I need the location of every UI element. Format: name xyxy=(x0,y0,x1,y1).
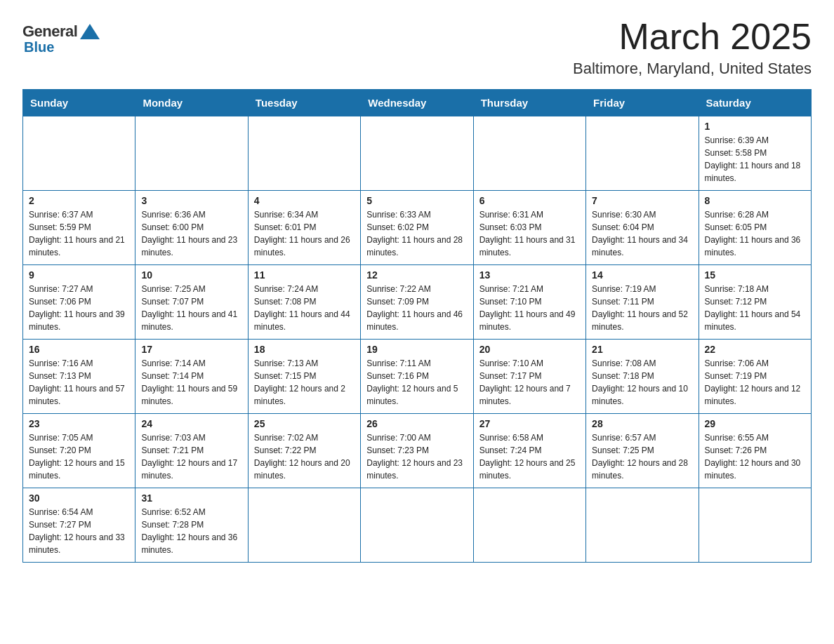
calendar-cell xyxy=(473,488,585,563)
calendar-cell: 8Sunrise: 6:28 AM Sunset: 6:05 PM Daylig… xyxy=(699,191,811,265)
day-info: Sunrise: 7:27 AM Sunset: 7:06 PM Dayligh… xyxy=(29,283,129,333)
day-info: Sunrise: 6:55 AM Sunset: 7:26 PM Dayligh… xyxy=(705,431,805,482)
calendar-cell: 21Sunrise: 7:08 AM Sunset: 7:18 PM Dayli… xyxy=(586,340,699,414)
day-number: 20 xyxy=(479,344,580,355)
day-info: Sunrise: 6:28 AM Sunset: 6:05 PM Dayligh… xyxy=(705,208,805,259)
day-number: 1 xyxy=(705,121,805,132)
logo-triangle-icon xyxy=(80,24,100,39)
day-number: 15 xyxy=(705,269,805,281)
day-info: Sunrise: 6:37 AM Sunset: 5:59 PM Dayligh… xyxy=(29,208,129,259)
calendar-cell xyxy=(473,116,585,191)
day-number: 8 xyxy=(705,195,805,206)
calendar-title: March 2025 xyxy=(573,17,812,57)
day-info: Sunrise: 7:22 AM Sunset: 7:09 PM Dayligh… xyxy=(366,283,467,333)
calendar-day-header: Saturday xyxy=(699,90,811,116)
day-number: 5 xyxy=(366,195,467,206)
day-info: Sunrise: 7:16 AM Sunset: 7:13 PM Dayligh… xyxy=(29,357,129,408)
logo-blue-text: Blue xyxy=(22,39,54,55)
calendar-week-row: 30Sunrise: 6:54 AM Sunset: 7:27 PM Dayli… xyxy=(23,488,812,563)
day-info: Sunrise: 6:58 AM Sunset: 7:24 PM Dayligh… xyxy=(479,431,580,482)
calendar-cell xyxy=(361,488,473,563)
calendar-cell: 4Sunrise: 6:34 AM Sunset: 6:01 PM Daylig… xyxy=(248,191,360,265)
day-number: 16 xyxy=(29,344,129,355)
day-number: 31 xyxy=(141,492,241,504)
day-number: 2 xyxy=(29,195,129,206)
calendar-cell: 23Sunrise: 7:05 AM Sunset: 7:20 PM Dayli… xyxy=(23,414,135,488)
calendar-day-header: Wednesday xyxy=(361,90,473,116)
calendar-cell xyxy=(248,488,360,563)
day-info: Sunrise: 7:14 AM Sunset: 7:14 PM Dayligh… xyxy=(141,357,241,408)
day-number: 3 xyxy=(141,195,241,206)
calendar-cell: 19Sunrise: 7:11 AM Sunset: 7:16 PM Dayli… xyxy=(361,340,473,414)
calendar-subtitle: Baltimore, Maryland, United States xyxy=(573,60,812,78)
day-number: 18 xyxy=(254,344,355,355)
calendar-cell xyxy=(23,116,135,191)
calendar-cell xyxy=(586,116,699,191)
day-number: 12 xyxy=(366,269,467,281)
calendar-day-header: Tuesday xyxy=(248,90,360,116)
calendar-cell: 9Sunrise: 7:27 AM Sunset: 7:06 PM Daylig… xyxy=(23,265,135,340)
calendar-cell: 13Sunrise: 7:21 AM Sunset: 7:10 PM Dayli… xyxy=(473,265,585,340)
day-number: 28 xyxy=(592,418,692,429)
calendar-cell: 16Sunrise: 7:16 AM Sunset: 7:13 PM Dayli… xyxy=(23,340,135,414)
calendar-cell: 5Sunrise: 6:33 AM Sunset: 6:02 PM Daylig… xyxy=(361,191,473,265)
calendar-cell: 24Sunrise: 7:03 AM Sunset: 7:21 PM Dayli… xyxy=(135,414,248,488)
calendar-cell: 20Sunrise: 7:10 AM Sunset: 7:17 PM Dayli… xyxy=(473,340,585,414)
day-info: Sunrise: 7:00 AM Sunset: 7:23 PM Dayligh… xyxy=(366,431,467,482)
day-number: 14 xyxy=(592,269,692,281)
day-number: 29 xyxy=(705,418,805,429)
calendar-cell: 28Sunrise: 6:57 AM Sunset: 7:25 PM Dayli… xyxy=(586,414,699,488)
day-info: Sunrise: 7:02 AM Sunset: 7:22 PM Dayligh… xyxy=(254,431,355,482)
day-number: 6 xyxy=(479,195,580,206)
calendar-day-header: Monday xyxy=(135,90,248,116)
calendar-week-row: 2Sunrise: 6:37 AM Sunset: 5:59 PM Daylig… xyxy=(23,191,812,265)
calendar-week-row: 16Sunrise: 7:16 AM Sunset: 7:13 PM Dayli… xyxy=(23,340,812,414)
calendar-cell: 1Sunrise: 6:39 AM Sunset: 5:58 PM Daylig… xyxy=(699,116,811,191)
day-info: Sunrise: 7:19 AM Sunset: 7:11 PM Dayligh… xyxy=(592,283,692,333)
calendar-cell xyxy=(248,116,360,191)
day-number: 4 xyxy=(254,195,355,206)
day-info: Sunrise: 7:25 AM Sunset: 7:07 PM Dayligh… xyxy=(141,283,241,333)
calendar-cell: 2Sunrise: 6:37 AM Sunset: 5:59 PM Daylig… xyxy=(23,191,135,265)
day-number: 30 xyxy=(29,492,129,504)
logo-general-text: General xyxy=(22,22,77,41)
day-number: 9 xyxy=(29,269,129,281)
calendar-cell: 3Sunrise: 6:36 AM Sunset: 6:00 PM Daylig… xyxy=(135,191,248,265)
day-number: 10 xyxy=(141,269,241,281)
day-info: Sunrise: 6:34 AM Sunset: 6:01 PM Dayligh… xyxy=(254,208,355,259)
calendar-cell: 26Sunrise: 7:00 AM Sunset: 7:23 PM Dayli… xyxy=(361,414,473,488)
calendar-cell: 17Sunrise: 7:14 AM Sunset: 7:14 PM Dayli… xyxy=(135,340,248,414)
calendar-week-row: 1Sunrise: 6:39 AM Sunset: 5:58 PM Daylig… xyxy=(23,116,812,191)
day-info: Sunrise: 7:11 AM Sunset: 7:16 PM Dayligh… xyxy=(366,357,467,408)
day-info: Sunrise: 6:54 AM Sunset: 7:27 PM Dayligh… xyxy=(29,506,129,556)
day-info: Sunrise: 7:03 AM Sunset: 7:21 PM Dayligh… xyxy=(141,431,241,482)
calendar-cell xyxy=(586,488,699,563)
day-info: Sunrise: 7:05 AM Sunset: 7:20 PM Dayligh… xyxy=(29,431,129,482)
day-number: 24 xyxy=(141,418,241,429)
calendar-cell: 10Sunrise: 7:25 AM Sunset: 7:07 PM Dayli… xyxy=(135,265,248,340)
calendar-cell: 7Sunrise: 6:30 AM Sunset: 6:04 PM Daylig… xyxy=(586,191,699,265)
calendar-cell: 29Sunrise: 6:55 AM Sunset: 7:26 PM Dayli… xyxy=(699,414,811,488)
day-info: Sunrise: 6:31 AM Sunset: 6:03 PM Dayligh… xyxy=(479,208,580,259)
day-number: 7 xyxy=(592,195,692,206)
title-block: March 2025 Baltimore, Maryland, United S… xyxy=(573,17,812,78)
calendar-cell: 6Sunrise: 6:31 AM Sunset: 6:03 PM Daylig… xyxy=(473,191,585,265)
day-info: Sunrise: 7:24 AM Sunset: 7:08 PM Dayligh… xyxy=(254,283,355,333)
calendar-cell: 18Sunrise: 7:13 AM Sunset: 7:15 PM Dayli… xyxy=(248,340,360,414)
day-info: Sunrise: 6:57 AM Sunset: 7:25 PM Dayligh… xyxy=(592,431,692,482)
calendar-cell: 12Sunrise: 7:22 AM Sunset: 7:09 PM Dayli… xyxy=(361,265,473,340)
day-number: 11 xyxy=(254,269,355,281)
day-number: 17 xyxy=(141,344,241,355)
day-info: Sunrise: 6:36 AM Sunset: 6:00 PM Dayligh… xyxy=(141,208,241,259)
calendar-cell: 27Sunrise: 6:58 AM Sunset: 7:24 PM Dayli… xyxy=(473,414,585,488)
day-info: Sunrise: 6:33 AM Sunset: 6:02 PM Dayligh… xyxy=(366,208,467,259)
calendar-cell: 22Sunrise: 7:06 AM Sunset: 7:19 PM Dayli… xyxy=(699,340,811,414)
calendar-day-header: Sunday xyxy=(23,90,135,116)
day-info: Sunrise: 7:21 AM Sunset: 7:10 PM Dayligh… xyxy=(479,283,580,333)
day-info: Sunrise: 7:10 AM Sunset: 7:17 PM Dayligh… xyxy=(479,357,580,408)
day-number: 21 xyxy=(592,344,692,355)
calendar-week-row: 9Sunrise: 7:27 AM Sunset: 7:06 PM Daylig… xyxy=(23,265,812,340)
day-number: 25 xyxy=(254,418,355,429)
day-info: Sunrise: 6:52 AM Sunset: 7:28 PM Dayligh… xyxy=(141,506,241,556)
day-info: Sunrise: 7:18 AM Sunset: 7:12 PM Dayligh… xyxy=(705,283,805,333)
